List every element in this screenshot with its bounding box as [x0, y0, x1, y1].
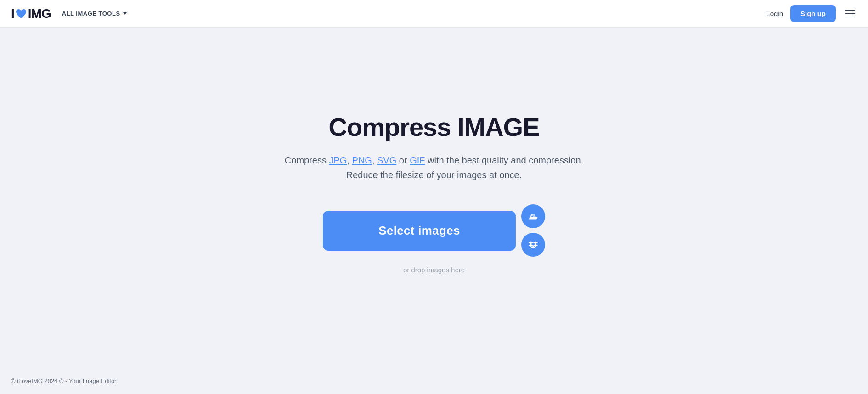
- main-content: Compress IMAGE Compress JPG, PNG, SVG or…: [0, 28, 868, 367]
- logo-i: I: [11, 6, 14, 21]
- svg-link[interactable]: SVG: [377, 155, 396, 165]
- navbar-right: Login Sign up: [766, 5, 857, 22]
- login-button[interactable]: Login: [766, 10, 783, 17]
- page-title: Compress IMAGE: [329, 112, 540, 142]
- navbar-left: I IMG ALL IMAGE TOOLS: [11, 6, 127, 21]
- cloud-icons-container: [521, 204, 545, 257]
- menu-button[interactable]: [843, 8, 857, 19]
- logo-heart-icon: [15, 7, 28, 20]
- navbar: I IMG ALL IMAGE TOOLS Login Sign up: [0, 0, 868, 28]
- page-subtitle: Compress JPG, PNG, SVG or GIF with the b…: [285, 153, 583, 182]
- signup-button[interactable]: Sign up: [790, 5, 836, 22]
- logo[interactable]: I IMG: [11, 6, 51, 21]
- all-tools-button[interactable]: ALL IMAGE TOOLS: [62, 10, 127, 17]
- drop-text: or drop images here: [403, 266, 465, 274]
- gif-link[interactable]: GIF: [410, 155, 425, 165]
- upload-area: Select images: [323, 204, 545, 257]
- footer: © iLoveIMG 2024 ® - Your Image Editor: [0, 367, 868, 394]
- jpg-link[interactable]: JPG: [329, 155, 347, 165]
- menu-bar-top: [845, 10, 855, 11]
- all-tools-label: ALL IMAGE TOOLS: [62, 10, 120, 17]
- google-drive-button[interactable]: [521, 204, 545, 228]
- google-drive-icon: [528, 211, 539, 222]
- dropbox-button[interactable]: [521, 233, 545, 257]
- select-images-button[interactable]: Select images: [323, 211, 516, 251]
- chevron-down-icon: [123, 12, 127, 15]
- png-link[interactable]: PNG: [352, 155, 372, 165]
- footer-text: © iLoveIMG 2024 ® - Your Image Editor: [11, 377, 116, 384]
- subtitle-suffix: with the best quality and compression.: [428, 155, 583, 165]
- menu-bar-middle: [845, 13, 855, 14]
- subtitle-line2: Reduce the filesize of your images at on…: [346, 170, 522, 180]
- menu-bar-bottom: [845, 17, 855, 17]
- subtitle-prefix: Compress: [285, 155, 329, 165]
- dropbox-icon: [528, 239, 539, 250]
- logo-img: IMG: [28, 6, 51, 21]
